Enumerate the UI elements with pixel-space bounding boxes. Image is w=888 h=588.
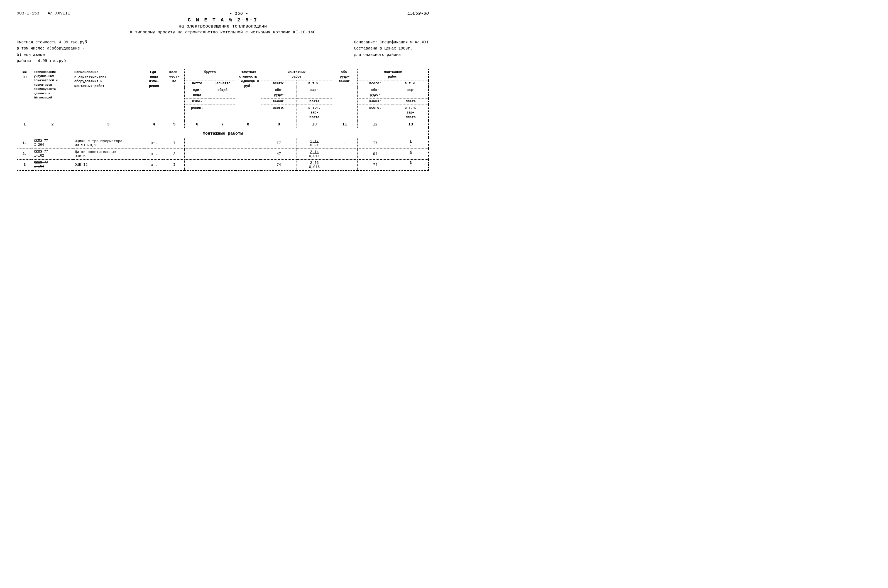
row1-col9-bot: 0,01 xyxy=(310,143,319,147)
section-header-row: Монтажные работы xyxy=(17,128,429,138)
row3-col9: 2,76 0,016 xyxy=(297,159,332,171)
col6-reni: рения: xyxy=(184,105,210,121)
col12-vt2: в т.ч.зар-плата xyxy=(393,105,429,121)
header-left: 903-I-153 Ал.XXVIII xyxy=(17,11,70,16)
num-9: 9 xyxy=(261,121,297,128)
row2-unit: шт. xyxy=(144,148,164,159)
col10-plata: плата xyxy=(297,98,332,105)
col-header-row1: №№пп Наименованиеукрупненныхпоказателей … xyxy=(17,69,429,80)
meta-equipment: в том числе: а)оборудование - xyxy=(17,45,89,51)
row3-code: СКПЭ-77I-I64 xyxy=(32,159,73,171)
row3-col12: 3- xyxy=(393,159,429,171)
col5-header: Коли-чест-во xyxy=(164,69,184,121)
meta-cost: Сметная стоимость 4,99 тыс.руб. xyxy=(17,39,89,45)
num-5: 5 xyxy=(164,121,184,128)
col7-header: ВесНетто xyxy=(210,80,235,87)
row3-col6: - xyxy=(184,159,210,171)
meta-block: Сметная стоимость 4,99 тыс.руб. в том чи… xyxy=(17,39,429,64)
brutto-header: брутто xyxy=(184,69,235,80)
subtitle: на электроосвещение топливоподачи xyxy=(17,24,429,29)
row1-col6: - xyxy=(184,138,210,148)
row1-col8b: I7 xyxy=(261,138,297,148)
doc-number: 15859-30 xyxy=(407,11,429,16)
row2-col8b: 47 xyxy=(261,148,297,159)
col9-vani: вания: xyxy=(261,98,297,105)
num-13: I3 xyxy=(393,121,429,128)
num-7: 7 xyxy=(210,121,235,128)
table-row: 2. СКПЭ-77I-I62 Щитки осветительныеОШВ-6… xyxy=(17,148,429,159)
row2-col7: - xyxy=(210,148,235,159)
row2-qty: 2 xyxy=(164,148,184,159)
col7-empty2 xyxy=(210,105,235,121)
row3-col10: - xyxy=(332,159,358,171)
col11-vsego2: всего: xyxy=(358,105,393,121)
sheet-ref: Ал.XXVIII xyxy=(48,11,70,16)
num-12: I2 xyxy=(358,121,393,128)
row2-code: СКПЭ-77I-I62 xyxy=(32,148,73,159)
row3-col9-top: 2,76 xyxy=(310,161,319,165)
row3-col9-bot: 0,016 xyxy=(309,165,320,169)
row3-qty: I xyxy=(164,159,184,171)
table-row: 3 СКПЭ-77I-I64 ОШВ-I2 шт. I - - - 74 2,7… xyxy=(17,159,429,171)
col10-zar: зар- xyxy=(297,87,332,98)
col9-obo: обо-рудо- xyxy=(261,87,297,98)
col6-edinca: еди-ница xyxy=(184,87,210,98)
col7-obshiy: общий xyxy=(210,87,235,98)
meta-year: Составлена в ценах 1969г. xyxy=(354,45,429,51)
num-8: 8 xyxy=(235,121,261,128)
row3-col8b: 74 xyxy=(261,159,297,171)
col11-header: обо-рудо-вания: xyxy=(332,69,358,121)
col12-vsego: всего: xyxy=(358,80,393,87)
row1-col9-top: 1,17 xyxy=(310,139,319,143)
row1-code: СКПЭ-77I-264 xyxy=(32,138,73,148)
header: 903-I-153 Ал.XXVIII - 166 - 15859-30 xyxy=(17,11,429,16)
meta-basis: Основание: Спецификация № Ал.XXI xyxy=(354,39,429,45)
col1-header: №№пп xyxy=(17,69,32,121)
row2-col8: - xyxy=(235,148,261,159)
total-montage-header: монтажныхработ xyxy=(358,69,429,80)
row1-num: 1. xyxy=(17,138,32,148)
meta-region: для базисного района xyxy=(354,52,429,58)
num-4: 4 xyxy=(144,121,164,128)
meta-right: Основание: Спецификация № Ал.XXI Составл… xyxy=(354,39,429,64)
montage-cost-header: монтажныхработ xyxy=(261,69,332,80)
meta-left: Сметная стоимость 4,99 тыс.руб. в том чи… xyxy=(17,39,89,64)
row1-col7: - xyxy=(210,138,235,148)
num-6: 6 xyxy=(184,121,210,128)
col7-empty xyxy=(210,98,235,105)
row1-unit: шт. xyxy=(144,138,164,148)
num-2: 2 xyxy=(32,121,73,128)
row1-col8: - xyxy=(235,138,261,148)
col10-vt2: в т.ч.зар-плата xyxy=(297,105,332,121)
col11-vani: вания: xyxy=(358,98,393,105)
row1-qty: I xyxy=(164,138,184,148)
num-1: I xyxy=(17,121,32,128)
row3-col7: - xyxy=(210,159,235,171)
col2-header: Наименованиеукрупненныхпоказателей инорм… xyxy=(32,69,73,121)
num-3: 3 xyxy=(73,121,144,128)
row3-col11: 74 xyxy=(358,159,393,171)
col-number-row: I 2 3 4 5 6 7 8 9 I0 II I2 I3 xyxy=(17,121,429,128)
doc-code: 903-I-153 xyxy=(17,11,39,16)
main-table: №№пп Наименованиеукрупненныхпоказателей … xyxy=(17,69,429,171)
col4-header: Еди-ницаизме-рения xyxy=(144,69,164,121)
netto-header: нетто xyxy=(184,80,210,87)
col11-obo2: обо-рудо- xyxy=(358,87,393,98)
meta-montage1: б) монтажные xyxy=(17,52,89,58)
num-10: I0 xyxy=(297,121,332,128)
row1-col11: I7 xyxy=(358,138,393,148)
col6-izme: изме- xyxy=(184,98,210,105)
row1-col12: I- xyxy=(393,138,429,148)
col12-zar: зар- xyxy=(393,87,429,98)
col3-header: Наименованиеи характеристикаоборудования… xyxy=(73,69,144,121)
row2-col12: 4- xyxy=(393,148,429,159)
row2-col11: 94 xyxy=(358,148,393,159)
col9-vsego: всего: xyxy=(261,80,297,87)
row2-num: 2. xyxy=(17,148,32,159)
row2-col6: - xyxy=(184,148,210,159)
col8-header: :Сметная стоимость: единицы в руб. xyxy=(235,69,261,121)
table-row: 1. СКПЭ-77I-264 Ящики с трансформатора-м… xyxy=(17,138,429,148)
row2-col9: 2,14 0,011 xyxy=(297,148,332,159)
main-title: С М Е Т А № 2-5-I xyxy=(17,17,429,23)
meta-montage2: работы - 4,99 тыс.руб. xyxy=(17,58,89,64)
